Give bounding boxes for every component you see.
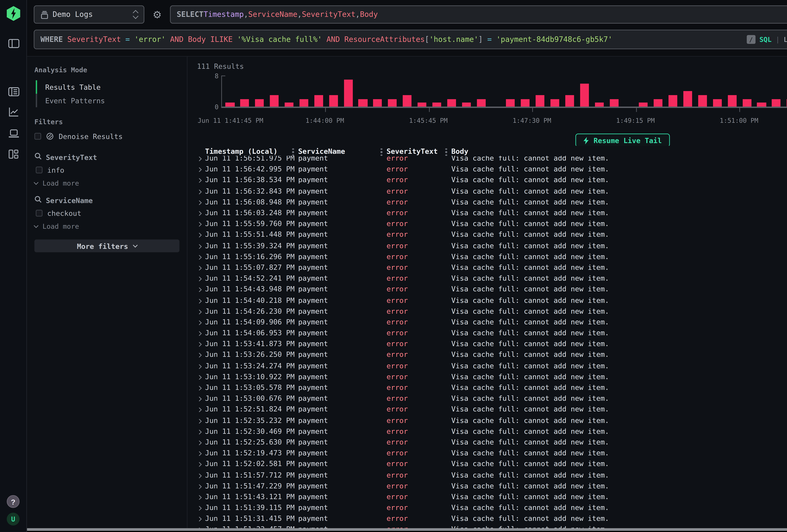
histogram-bar[interactable]: [299, 99, 308, 107]
column-header-timestamp[interactable]: Timestamp (Local): [205, 147, 298, 155]
row-expand-chevron-icon[interactable]: [196, 383, 205, 391]
column-header-servicename[interactable]: ServiceName: [298, 147, 386, 155]
row-expand-chevron-icon[interactable]: [196, 318, 205, 326]
histogram-bar[interactable]: [668, 95, 677, 107]
row-expand-chevron-icon[interactable]: [196, 274, 205, 282]
row-expand-chevron-icon[interactable]: [196, 449, 205, 457]
row-expand-chevron-icon[interactable]: [196, 165, 205, 173]
row-expand-chevron-icon[interactable]: [196, 197, 205, 206]
user-avatar[interactable]: U: [7, 513, 20, 525]
filter-checkbox[interactable]: [36, 210, 42, 217]
log-row[interactable]: Jun 11 1:55:59.760 PMpaymenterrorVisa ca…: [196, 218, 787, 229]
histogram-bar[interactable]: [683, 91, 692, 107]
sessions-icon[interactable]: [0, 125, 27, 142]
row-expand-chevron-icon[interactable]: [196, 307, 205, 315]
row-expand-chevron-icon[interactable]: [196, 394, 205, 402]
log-row[interactable]: Jun 11 1:54:52.241 PMpaymenterrorVisa ca…: [196, 273, 787, 283]
histogram-bar[interactable]: [521, 99, 530, 107]
log-row[interactable]: Jun 11 1:52:51.824 PMpaymenterrorVisa ca…: [196, 404, 787, 414]
source-select[interactable]: Demo Logs: [34, 5, 144, 24]
row-expand-chevron-icon[interactable]: [196, 503, 205, 511]
histogram-bar[interactable]: [388, 99, 397, 107]
histogram-bar[interactable]: [536, 95, 545, 107]
row-expand-chevron-icon[interactable]: [196, 208, 205, 216]
histogram-bar[interactable]: [550, 99, 559, 107]
lucene-mode-option[interactable]: Lucene: [784, 36, 787, 43]
histogram-bar[interactable]: [358, 99, 367, 107]
row-expand-chevron-icon[interactable]: [196, 361, 205, 369]
histogram-bar[interactable]: [595, 103, 603, 107]
analysis-mode-option[interactable]: Event Patterns: [36, 94, 179, 107]
filter-option[interactable]: info: [36, 166, 179, 174]
histogram-bar[interactable]: [314, 95, 323, 107]
row-expand-chevron-icon[interactable]: [196, 427, 205, 435]
chart-explorer-icon[interactable]: [0, 104, 27, 120]
filter-option[interactable]: checkout: [36, 209, 179, 217]
log-row[interactable]: Jun 11 1:51:47.229 PMpaymenterrorVisa ca…: [196, 480, 787, 491]
histogram-bar[interactable]: [240, 99, 249, 107]
histogram-bar[interactable]: [418, 103, 426, 107]
denoise-results-option[interactable]: Denoise Results: [35, 132, 179, 140]
histogram-bar[interactable]: [329, 95, 338, 107]
histogram-bar[interactable]: [344, 80, 353, 107]
where-filter-input[interactable]: WHERE SeverityText = 'error' AND Body IL…: [34, 30, 787, 49]
histogram-bar[interactable]: [757, 103, 766, 107]
log-row[interactable]: Jun 11 1:51:31.415 PMpaymenterrorVisa ca…: [196, 513, 787, 524]
search-logs-icon[interactable]: [0, 84, 27, 100]
sidebar-toggle-icon[interactable]: [0, 35, 27, 51]
histogram-bar[interactable]: [565, 95, 574, 107]
row-expand-chevron-icon[interactable]: [196, 372, 205, 380]
log-row[interactable]: Jun 11 1:52:19.473 PMpaymenterrorVisa ca…: [196, 447, 787, 458]
histogram-bar[interactable]: [654, 99, 663, 107]
column-drag-handle-icon[interactable]: [380, 148, 382, 156]
row-expand-chevron-icon[interactable]: [196, 241, 205, 249]
histogram-bar[interactable]: [270, 95, 279, 107]
row-expand-chevron-icon[interactable]: [196, 492, 205, 501]
log-row[interactable]: Jun 11 1:53:05.578 PMpaymenterrorVisa ca…: [196, 382, 787, 392]
source-settings-gear-icon[interactable]: ⚙: [150, 5, 164, 24]
log-row[interactable]: Jun 11 1:51:43.121 PMpaymenterrorVisa ca…: [196, 491, 787, 502]
row-expand-chevron-icon[interactable]: [196, 482, 205, 490]
load-more-button[interactable]: Load more: [35, 179, 179, 187]
log-row[interactable]: Jun 11 1:56:03.248 PMpaymenterrorVisa ca…: [196, 207, 787, 218]
more-filters-button[interactable]: More filters: [35, 239, 179, 252]
histogram-bar[interactable]: [506, 99, 515, 107]
log-row[interactable]: Jun 11 1:55:16.296 PMpaymenterrorVisa ca…: [196, 251, 787, 261]
log-row[interactable]: Jun 11 1:53:24.274 PMpaymenterrorVisa ca…: [196, 360, 787, 371]
row-expand-chevron-icon[interactable]: [196, 263, 205, 271]
histogram-bar[interactable]: [610, 99, 618, 107]
log-row[interactable]: Jun 11 1:53:41.873 PMpaymenterrorVisa ca…: [196, 338, 787, 349]
log-row[interactable]: Jun 11 1:52:30.469 PMpaymenterrorVisa ca…: [196, 425, 787, 436]
resume-live-tail-button[interactable]: Resume Live Tail: [575, 134, 670, 147]
row-expand-chevron-icon[interactable]: [196, 219, 205, 228]
histogram-bar[interactable]: [580, 83, 589, 107]
row-expand-chevron-icon[interactable]: [196, 296, 205, 304]
row-expand-chevron-icon[interactable]: [196, 252, 205, 260]
filter-checkbox[interactable]: [36, 167, 42, 173]
log-row[interactable]: Jun 11 1:54:26.230 PMpaymenterrorVisa ca…: [196, 305, 787, 316]
log-row[interactable]: Jun 11 1:51:23.457 PMpaymenterrorVisa ca…: [196, 524, 787, 528]
log-row[interactable]: Jun 11 1:52:35.232 PMpaymenterrorVisa ca…: [196, 414, 787, 425]
log-row[interactable]: Jun 11 1:55:07.827 PMpaymenterrorVisa ca…: [196, 261, 787, 273]
load-more-button[interactable]: Load more: [35, 222, 179, 230]
row-expand-chevron-icon[interactable]: [196, 525, 205, 528]
histogram-bar[interactable]: [476, 99, 485, 107]
analysis-mode-option[interactable]: Results Table: [36, 80, 179, 94]
log-row[interactable]: Jun 11 1:52:25.630 PMpaymenterrorVisa ca…: [196, 436, 787, 447]
row-expand-chevron-icon[interactable]: [196, 328, 205, 337]
histogram-bar[interactable]: [742, 99, 751, 107]
row-expand-chevron-icon[interactable]: [196, 340, 205, 347]
dashboards-icon[interactable]: [0, 146, 27, 162]
histogram-bar[interactable]: [772, 99, 781, 107]
sql-mode-option[interactable]: SQL: [760, 36, 771, 43]
row-expand-chevron-icon[interactable]: [196, 285, 205, 293]
histogram-bar[interactable]: [698, 95, 707, 107]
log-row[interactable]: Jun 11 1:54:06.953 PMpaymenterrorVisa ca…: [196, 327, 787, 338]
log-row[interactable]: Jun 11 1:55:51.448 PMpaymenterrorVisa ca…: [196, 229, 787, 240]
histogram-bar[interactable]: [255, 99, 264, 107]
histogram-bar[interactable]: [639, 103, 648, 107]
select-query-input[interactable]: SELECT Timestamp, ServiceName, SeverityT…: [170, 5, 787, 24]
log-row[interactable]: Jun 11 1:53:00.676 PMpaymenterrorVisa ca…: [196, 393, 787, 404]
help-button[interactable]: ?: [7, 495, 20, 508]
histogram-bar[interactable]: [728, 95, 737, 107]
